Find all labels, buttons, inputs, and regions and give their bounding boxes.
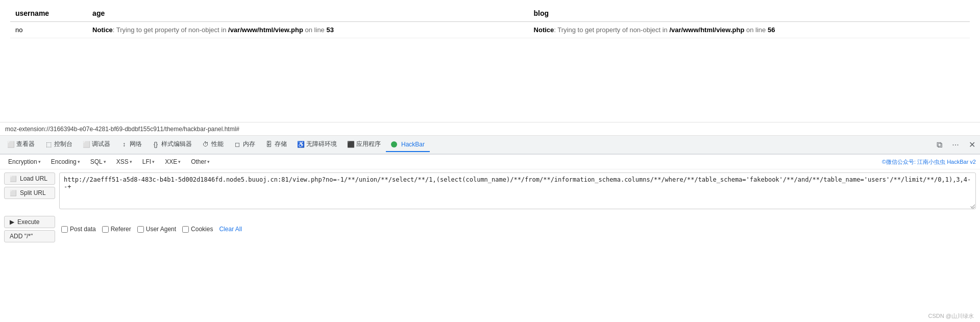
cell-username: no [10, 22, 87, 38]
tab-app[interactable]: ⬛ 应用程序 [342, 137, 386, 153]
storage-icon: 🗄 [265, 141, 273, 148]
devtools-dock-btn[interactable]: ⧉ [933, 139, 945, 151]
hackbar-checkboxes: Post data Referer User Agent Cookies Cle… [61, 226, 242, 233]
menu-xxe-label: XXE [165, 158, 177, 165]
menu-sql-label: SQL [90, 158, 103, 165]
tab-network-label: 网络 [130, 140, 142, 148]
tab-storage-label: 存储 [275, 140, 287, 148]
tab-storage[interactable]: 🗄 存储 [260, 137, 292, 153]
tab-performance[interactable]: ⏱ 性能 [197, 137, 229, 153]
tab-network[interactable]: ↕ 网络 [115, 137, 147, 153]
tab-memory-label: 内存 [243, 140, 255, 148]
menu-xxe[interactable]: XXE ▾ [161, 157, 185, 167]
menu-xss-label: XSS [116, 158, 129, 165]
other-chevron-icon: ▾ [207, 159, 210, 164]
post-data-label: Post data [70, 226, 96, 233]
split-url-button[interactable]: ⬜ Split URL [4, 187, 55, 199]
tab-debugger-label: 调试器 [92, 140, 110, 148]
tab-hackbar-label: HackBar [401, 141, 425, 148]
execute-label: Execute [17, 218, 39, 226]
tab-inspector-label: 查看器 [16, 140, 35, 148]
user-agent-checkbox-item[interactable]: User Agent [137, 226, 176, 233]
hackbar-side-buttons: ⬜ Load URL ⬜ Split URL [4, 172, 55, 211]
referer-checkbox-item[interactable]: Referer [102, 226, 131, 233]
menu-other[interactable]: Other ▾ [187, 157, 214, 167]
tab-hackbar[interactable]: HackBar [386, 138, 430, 152]
user-agent-checkbox[interactable] [137, 226, 144, 233]
menu-lfi-label: LFI [142, 158, 151, 165]
menu-encoding[interactable]: Encoding ▾ [47, 157, 84, 167]
tab-app-label: 应用程序 [356, 140, 381, 148]
tab-memory[interactable]: ◻ 内存 [229, 137, 260, 153]
tab-console[interactable]: ⬚ 控制台 [40, 137, 78, 153]
devtools-url-bar: moz-extension://3166394b-e07e-4281-bf69-… [0, 122, 980, 136]
devtools-tabs: ⬜ 查看器 ⬚ 控制台 ⬜ 调试器 ↕ 网络 {} 样式编辑器 ⏱ 性能 ◻ 内… [0, 136, 980, 154]
user-agent-label: User Agent [146, 226, 176, 233]
encoding-chevron-icon: ▾ [78, 159, 80, 164]
split-url-icon: ⬜ [10, 189, 17, 196]
accessibility-icon: ♿ [297, 141, 304, 148]
menu-lfi[interactable]: LFI ▾ [138, 157, 159, 167]
cookies-checkbox-item[interactable]: Cookies [182, 226, 213, 233]
execute-button[interactable]: ▶ Execute [4, 216, 55, 228]
tab-inspector[interactable]: ⬜ 查看器 [2, 137, 40, 153]
cell-blog: Notice: Trying to get property of non-ob… [529, 22, 970, 38]
menu-encoding-label: Encoding [51, 158, 77, 165]
post-data-checkbox[interactable] [61, 226, 68, 233]
referer-checkbox[interactable] [102, 226, 109, 233]
menu-sql[interactable]: SQL ▾ [86, 157, 110, 167]
copyright-text: ©微信公众号: 江南小虫虫 HackBar v2 [882, 158, 976, 166]
devtools-close-btn[interactable]: ✕ [966, 139, 978, 151]
inspector-icon: ⬜ [7, 141, 14, 148]
tab-style-editor[interactable]: {} 样式编辑器 [147, 137, 197, 153]
devtools-right-controls: ⧉ ··· ✕ [933, 139, 978, 151]
main-content: username age blog no Notice: Trying to g… [0, 0, 980, 122]
data-table: username age blog no Notice: Trying to g… [10, 5, 970, 38]
console-icon: ⬚ [45, 141, 52, 148]
devtools-more-btn[interactable]: ··· [949, 139, 962, 151]
tab-accessibility-label: 无障碍环境 [306, 140, 337, 148]
table-area: username age blog no Notice: Trying to g… [0, 0, 980, 43]
hackbar-dot-icon [391, 141, 397, 147]
lfi-chevron-icon: ▾ [152, 159, 155, 164]
hackbar-main: ⬜ Load URL ⬜ Split URL ⤡ [0, 169, 980, 214]
cell-age: Notice: Trying to get property of non-ob… [87, 22, 528, 38]
hackbar-panel: Encryption ▾ Encoding ▾ SQL ▾ XSS ▾ LFI … [0, 154, 980, 245]
execute-icon: ▶ [10, 218, 14, 226]
debugger-icon: ⬜ [83, 141, 90, 148]
xxe-chevron-icon: ▾ [178, 159, 181, 164]
age-notice: Notice: Trying to get property of non-ob… [92, 26, 334, 34]
bottom-credit: CSDN @山川绿水 [928, 312, 974, 320]
memory-icon: ◻ [234, 141, 241, 148]
clear-all-button[interactable]: Clear All [219, 226, 242, 233]
add-button[interactable]: ADD "/*" [4, 230, 55, 242]
sql-chevron-icon: ▾ [104, 159, 106, 164]
network-icon: ↕ [120, 141, 128, 148]
url-text: moz-extension://3166394b-e07e-4281-bf69-… [5, 126, 239, 133]
menu-encryption-label: Encryption [8, 158, 37, 165]
post-data-checkbox-item[interactable]: Post data [61, 226, 96, 233]
load-url-button[interactable]: ⬜ Load URL [4, 172, 55, 185]
cookies-label: Cookies [191, 226, 213, 233]
url-input[interactable] [59, 172, 976, 209]
cookies-checkbox[interactable] [182, 226, 189, 233]
menu-other-label: Other [191, 158, 206, 165]
tab-debugger[interactable]: ⬜ 调试器 [78, 137, 115, 153]
performance-icon: ⏱ [202, 141, 209, 148]
blog-notice: Notice: Trying to get property of non-ob… [534, 26, 775, 34]
page-wrapper: username age blog no Notice: Trying to g… [0, 0, 980, 322]
style-editor-icon: {} [152, 141, 159, 148]
hackbar-menu: Encryption ▾ Encoding ▾ SQL ▾ XSS ▾ LFI … [0, 155, 980, 169]
hackbar-textarea-wrap: ⤡ [59, 172, 976, 211]
xss-chevron-icon: ▾ [130, 159, 132, 164]
hackbar-bottom: ▶ Execute ADD "/*" Post data Referer [0, 214, 980, 245]
menu-xss[interactable]: XSS ▾ [112, 157, 136, 167]
referer-label: Referer [111, 226, 131, 233]
add-label: ADD "/*" [10, 233, 33, 240]
col-blog: blog [529, 5, 970, 22]
split-url-label: Split URL [20, 189, 46, 196]
col-username: username [10, 5, 87, 22]
menu-encryption[interactable]: Encryption ▾ [4, 157, 45, 167]
tab-accessibility[interactable]: ♿ 无障碍环境 [292, 137, 342, 153]
tab-performance-label: 性能 [211, 140, 224, 148]
